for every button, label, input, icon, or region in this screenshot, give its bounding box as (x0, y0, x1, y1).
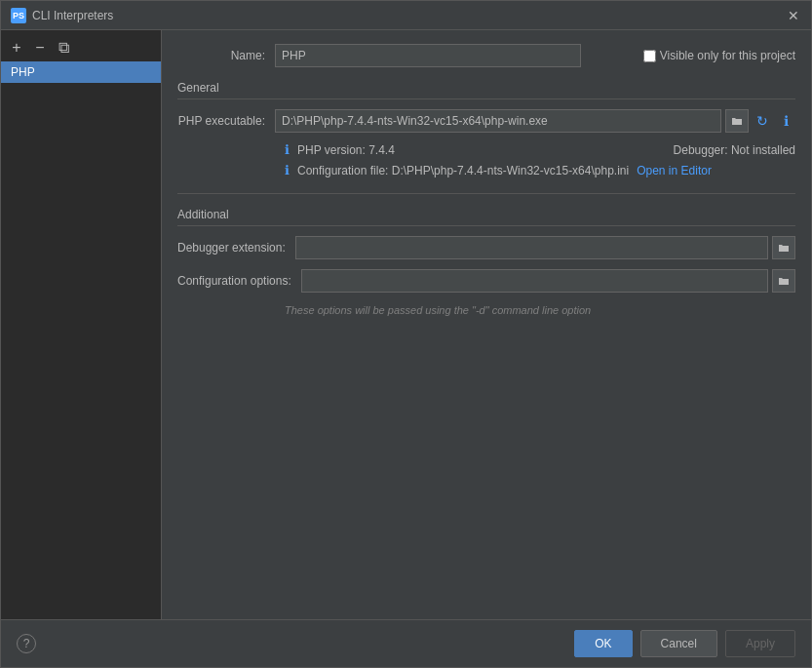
php-version-row: ℹ PHP version: 7.4.4 Debugger: Not insta… (285, 142, 795, 157)
sidebar-item-php[interactable]: PHP (1, 61, 161, 83)
debugger-status-text: Debugger: Not installed (674, 143, 795, 157)
folder-icon-2 (778, 242, 790, 254)
config-file-text: Configuration file: D:\PHP\php-7.4.4-nts… (297, 164, 629, 177)
name-input[interactable] (275, 44, 581, 67)
apply-button[interactable]: Apply (725, 630, 795, 657)
browse-config-button[interactable] (772, 269, 795, 293)
visible-only-label: Visible only for this project (660, 49, 795, 62)
title-bar: PS CLI Interpreters ✕ (1, 1, 811, 30)
browse-exe-button[interactable] (725, 109, 749, 133)
add-interpreter-button[interactable]: + (7, 38, 26, 58)
main-content: + − ⧉ PHP Name: Visible only for this pr… (1, 30, 811, 619)
additional-section-title: Additional (177, 208, 795, 226)
config-options-input[interactable] (301, 269, 768, 293)
cancel-button[interactable]: Cancel (640, 630, 717, 657)
hint-text: These options will be passed using the "… (285, 304, 795, 316)
php-exe-row: PHP executable: ↻ ℹ (177, 109, 795, 133)
dialog-title: CLI Interpreters (32, 9, 113, 22)
section-divider (177, 193, 795, 194)
debugger-ext-label: Debugger extension: (177, 241, 295, 255)
remove-interpreter-button[interactable]: − (30, 38, 50, 58)
config-file-row: ℹ Configuration file: D:\PHP\php-7.4.4-n… (285, 163, 795, 177)
bottom-bar: ? OK Cancel Apply (1, 619, 811, 667)
name-field-row: Name: Visible only for this project (177, 44, 795, 67)
refresh-button[interactable]: ↻ (753, 111, 772, 131)
config-options-row: Configuration options: (177, 269, 795, 293)
folder-icon (731, 115, 743, 127)
debugger-ext-input[interactable] (295, 236, 768, 259)
version-info-icon: ℹ (285, 142, 290, 157)
open-in-editor-link[interactable]: Open in Editor (637, 164, 712, 177)
config-info-icon: ℹ (285, 163, 290, 177)
ok-button[interactable]: OK (574, 630, 632, 657)
sidebar-toolbar: + − ⧉ (1, 34, 161, 61)
right-panel: Name: Visible only for this project Gene… (162, 30, 811, 619)
dialog-buttons: OK Cancel Apply (574, 630, 795, 657)
php-version-text: PHP version: 7.4.4 (297, 143, 395, 157)
php-exe-label: PHP executable: (177, 114, 275, 128)
cli-interpreters-dialog: PS CLI Interpreters ✕ + − ⧉ PHP Name: (0, 0, 812, 668)
visible-only-checkbox[interactable] (643, 50, 656, 62)
visible-checkbox-row: Visible only for this project (585, 49, 795, 62)
app-icon: PS (11, 8, 26, 23)
config-options-value (301, 269, 795, 293)
general-section-title: General (177, 81, 795, 99)
php-exe-input[interactable] (275, 109, 721, 133)
browse-debugger-button[interactable] (772, 236, 795, 259)
help-button[interactable]: ? (17, 634, 36, 653)
debugger-ext-row: Debugger extension: (177, 236, 795, 259)
config-options-label: Configuration options: (177, 274, 301, 288)
php-exe-value: ↻ ℹ (275, 109, 795, 133)
debugger-ext-value (295, 236, 795, 259)
close-button[interactable]: ✕ (786, 8, 801, 23)
info-button[interactable]: ℹ (776, 111, 795, 131)
folder-icon-3 (778, 275, 790, 287)
copy-interpreter-button[interactable]: ⧉ (54, 38, 73, 58)
name-label: Name: (177, 49, 275, 62)
name-field-value: Visible only for this project (275, 44, 795, 67)
title-bar-left: PS CLI Interpreters (11, 8, 113, 23)
sidebar: + − ⧉ PHP (1, 30, 162, 619)
